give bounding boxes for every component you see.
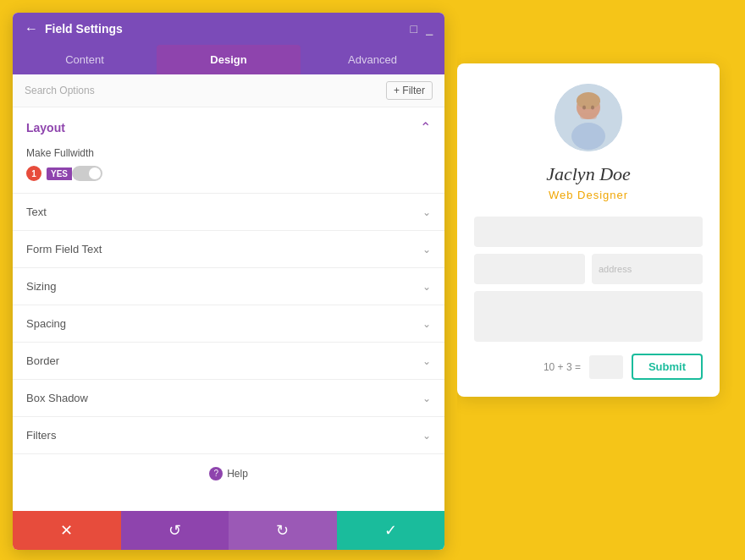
back-icon[interactable]: ← xyxy=(25,21,38,36)
badge-number: 1 xyxy=(26,166,41,181)
svg-point-2 xyxy=(571,123,605,150)
chevron-down-icon: ⌄ xyxy=(422,430,431,442)
form-field-address-container: address xyxy=(592,254,703,284)
help-section: ? Help xyxy=(13,453,444,491)
svg-point-4 xyxy=(582,106,586,110)
panel-title: Field Settings xyxy=(45,22,123,36)
panel-body: Layout ⌃ Make Fullwidth 1 YES Text ⌄ For… xyxy=(13,107,444,511)
filter-button[interactable]: + Filter xyxy=(386,81,433,100)
form-field-half-1 xyxy=(474,254,585,284)
field-settings-panel: ← Field Settings □ ⎯ Content Design Adva… xyxy=(13,13,444,550)
card-role: Web Designer xyxy=(474,189,703,201)
accordion-text-label: Text xyxy=(26,206,47,218)
toggle-row: 1 YES xyxy=(26,166,431,181)
accordion-border-label: Border xyxy=(26,354,59,367)
chevron-down-icon: ⌄ xyxy=(422,393,431,404)
form-field-row: address xyxy=(474,254,703,284)
avatar xyxy=(555,84,622,151)
redo-button[interactable]: ↻ xyxy=(229,511,337,550)
submit-button[interactable]: Submit xyxy=(632,354,703,380)
help-button[interactable]: ? Help xyxy=(209,467,248,480)
preview-area: Jaclyn Doe Web Designer address 10 + 3 =… xyxy=(457,13,732,550)
split-icon[interactable]: ⎯ xyxy=(426,22,433,36)
tabs: Content Design Advanced xyxy=(13,45,444,74)
form-field-1 xyxy=(474,217,703,247)
help-icon: ? xyxy=(209,467,223,480)
search-bar: Search Options + Filter xyxy=(13,74,444,107)
layout-title: Layout xyxy=(26,121,65,135)
accordion-spacing[interactable]: Spacing ⌄ xyxy=(13,305,444,342)
panel-footer: ✕ ↺ ↻ ✓ xyxy=(13,511,444,550)
accordion-filters[interactable]: Filters ⌄ xyxy=(13,416,444,453)
tab-content[interactable]: Content xyxy=(13,45,157,74)
toggle-yes-label: YES xyxy=(47,167,72,180)
accordion-filters-label: Filters xyxy=(26,429,56,442)
filter-label: + Filter xyxy=(394,85,425,96)
profile-card: Jaclyn Doe Web Designer address 10 + 3 =… xyxy=(457,63,720,397)
chevron-down-icon: ⌄ xyxy=(422,318,431,330)
card-footer: 10 + 3 = Submit xyxy=(474,350,703,380)
layout-section-header: Layout ⌃ xyxy=(13,107,444,144)
card-name: Jaclyn Doe xyxy=(474,163,703,185)
chevron-down-icon: ⌄ xyxy=(422,355,431,367)
chevron-down-icon: ⌄ xyxy=(422,206,431,218)
layout-collapse-icon[interactable]: ⌃ xyxy=(420,119,431,135)
cancel-button[interactable]: ✕ xyxy=(13,511,121,550)
panel-header: ← Field Settings □ ⎯ xyxy=(13,13,444,45)
accordion-form-field-text-label: Form Field Text xyxy=(26,243,102,255)
help-label: Help xyxy=(227,468,248,480)
accordion-border[interactable]: Border ⌄ xyxy=(13,342,444,379)
accordion-sizing-label: Sizing xyxy=(26,280,56,293)
maximize-icon[interactable]: □ xyxy=(411,22,417,36)
chevron-down-icon: ⌄ xyxy=(422,281,431,293)
form-textarea xyxy=(474,291,703,342)
undo-button[interactable]: ↺ xyxy=(121,511,229,550)
tab-advanced[interactable]: Advanced xyxy=(301,45,444,74)
svg-rect-6 xyxy=(580,113,597,119)
accordion-sizing[interactable]: Sizing ⌄ xyxy=(13,267,444,305)
fullwidth-label: Make Fullwidth xyxy=(26,147,431,159)
panel-header-left: ← Field Settings xyxy=(25,21,123,36)
chevron-down-icon: ⌄ xyxy=(422,244,431,255)
svg-point-5 xyxy=(591,106,594,110)
accordion-box-shadow[interactable]: Box Shadow ⌄ xyxy=(13,379,444,416)
tab-design[interactable]: Design xyxy=(157,45,301,74)
address-label: address xyxy=(599,264,632,274)
captcha-input[interactable] xyxy=(589,355,623,379)
search-placeholder: Search Options xyxy=(25,85,95,96)
fullwidth-row: Make Fullwidth 1 YES xyxy=(13,144,444,193)
captcha-text: 10 + 3 = xyxy=(544,361,581,373)
accordion-text[interactable]: Text ⌄ xyxy=(13,193,444,230)
toggle-container[interactable]: YES xyxy=(47,166,102,181)
panel-header-right: □ ⎯ xyxy=(411,22,433,36)
accordion-form-field-text[interactable]: Form Field Text ⌄ xyxy=(13,230,444,267)
accordion-spacing-label: Spacing xyxy=(26,317,66,330)
toggle-switch[interactable] xyxy=(72,166,102,181)
accordion-box-shadow-label: Box Shadow xyxy=(26,392,88,404)
save-button[interactable]: ✓ xyxy=(337,511,445,550)
